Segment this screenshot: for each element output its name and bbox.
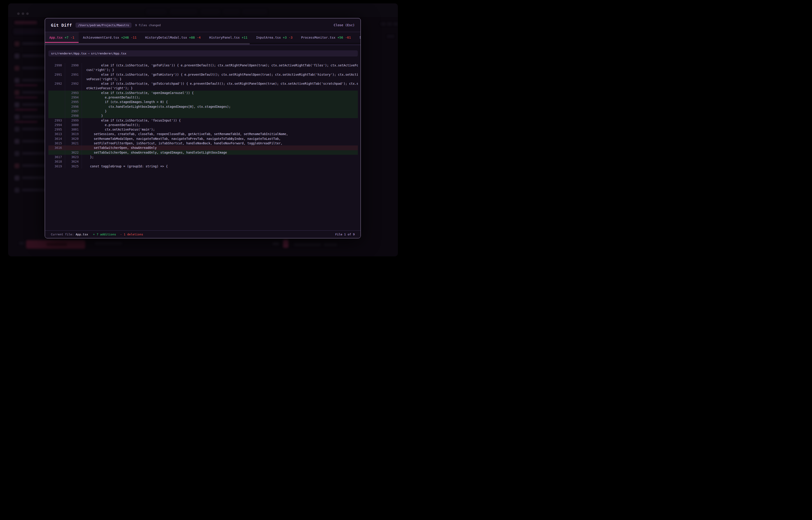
old-line-number: 2993 xyxy=(48,118,65,123)
file-path-header: src/renderer/App.tsx→src/renderer/App.ts… xyxy=(48,50,358,56)
old-line-number xyxy=(48,104,65,109)
tab-additions: +56 xyxy=(338,36,343,39)
blurred-blob xyxy=(15,54,20,58)
new-line-number: 2990 xyxy=(65,63,82,68)
blurred-blob xyxy=(272,242,279,245)
blurred-blob xyxy=(381,22,386,26)
blurred-blob xyxy=(15,102,20,107)
blurred-blob xyxy=(15,78,20,83)
old-line-number: 2994 xyxy=(48,123,65,127)
new-line-number: 2993 xyxy=(65,90,82,95)
new-line-number: 2997 xyxy=(65,109,82,113)
modal-header: Git Diff /Users/pedram/Projects/Maestro … xyxy=(45,18,361,32)
old-line-number: 3619 xyxy=(48,164,65,168)
code-text: if (ctx.stagedImages.length > 0) { xyxy=(82,100,358,104)
code-text: } xyxy=(82,113,358,118)
code-text: etActiveFocus('right'); } xyxy=(82,86,358,90)
old-line-number xyxy=(48,150,65,155)
old-line-number: 3616 xyxy=(48,146,65,150)
path-from: src/renderer/App.tsx xyxy=(51,52,87,55)
tab-additions: +3 xyxy=(283,36,287,39)
diff-row-2992: 29922992 else if (ctx.isShortcut(e, 'goT… xyxy=(48,81,358,86)
new-line-number: 3624 xyxy=(65,159,82,164)
new-line-number: 2992 xyxy=(65,81,82,86)
code-text: } xyxy=(82,109,358,113)
blurred-blob xyxy=(15,139,20,144)
tab-inputarea-tsx[interactable]: InputArea.tsx+3-3 xyxy=(252,32,297,43)
code-text: ctx.handleSetLightboxImage(ctx.stagedIma… xyxy=(82,104,358,109)
old-line-number xyxy=(48,95,65,100)
tab-deletions: -1 xyxy=(71,36,74,39)
new-line-number xyxy=(65,77,82,81)
old-line-number xyxy=(48,68,65,72)
diff-row-2999: 29932999 else if (ctx.isShortcut(e, 'foc… xyxy=(48,118,358,123)
tabs-scrollbar[interactable] xyxy=(45,43,361,45)
diff-row-3622: 3622 setTabSwitcherOpen, showUnreadOnly,… xyxy=(48,150,358,155)
diff-row-wrap: etActiveFocus('right'); } xyxy=(48,86,358,90)
tab-historypanel-tsx[interactable]: HistoryPanel.tsx+11 xyxy=(205,32,252,43)
new-line-number: 3625 xyxy=(65,164,82,168)
new-line-number: 3001 xyxy=(65,127,82,132)
diff-row-3619: 36133619 setSessions, createTab, closeTa… xyxy=(48,132,358,136)
new-line-number: 2995 xyxy=(65,100,82,104)
tab-filename: HistoryDetailModal.tsx xyxy=(145,36,187,39)
diff-row-3624: 36183624 xyxy=(48,159,358,164)
old-line-number xyxy=(48,86,65,90)
tab-app-tsx[interactable]: App.tsx+7-1 xyxy=(45,32,79,43)
files-changed-count: 9 files changed xyxy=(135,24,161,27)
diff-row-wrap: cus('right'); } xyxy=(48,68,358,72)
blurred-blob xyxy=(15,151,20,156)
new-line-number: 3619 xyxy=(65,132,82,136)
tab-additions: +11 xyxy=(242,36,247,39)
code-text: else if (ctx.isShortcut(e, 'focusInput')… xyxy=(82,118,358,123)
code-text xyxy=(82,159,358,164)
git-diff-modal: Git Diff /Users/pedram/Projects/Maestro … xyxy=(45,18,361,238)
blurred-blob xyxy=(283,240,289,248)
tab-filename: AchievementCard.tsx xyxy=(83,36,119,39)
old-line-number: 3614 xyxy=(48,136,65,141)
blurred-blob xyxy=(223,9,240,15)
blurred-blob xyxy=(19,242,24,245)
diff-row-2993: 2993 else if (ctx.isShortcut(e, 'openIma… xyxy=(48,90,358,95)
blurred-blob xyxy=(22,189,48,191)
repo-path-badge: /Users/pedram/Projects/Maestro xyxy=(75,23,131,28)
diff-lines: 29902990 else if (ctx.isShortcut(e, 'goT… xyxy=(48,63,358,168)
diff-row-3616: 3616 setTabSwitcherOpen, showUnreadOnly xyxy=(48,146,358,150)
diff-row-2994: 2994 e.preventDefault(); xyxy=(48,95,358,100)
diff-row-3001: 29953001 ctx.setActiveFocus('main'); xyxy=(48,127,358,132)
modal-footer: Current file: App.tsx + 7 additions - 1 … xyxy=(45,230,361,238)
new-line-number: 3623 xyxy=(65,155,82,159)
code-text: setFileTreeFilterOpen, isShortcut, isTab… xyxy=(82,141,358,146)
diff-row-3620: 36143620 setRenameTabModalOpen, navigate… xyxy=(48,136,358,141)
new-line-number: 3620 xyxy=(65,136,82,141)
blurred-blob xyxy=(387,35,394,38)
additions-count: + 7 additions xyxy=(93,233,116,236)
diff-row-2990: 29902990 else if (ctx.isShortcut(e, 'goT… xyxy=(48,63,358,68)
old-line-number: 3615 xyxy=(48,141,65,146)
old-line-number xyxy=(48,109,65,113)
diff-row-2995: 2995 if (ctx.stagedImages.length > 0) { xyxy=(48,100,358,104)
modal-title: Git Diff xyxy=(51,23,72,28)
code-text: veFocus('right'); } xyxy=(82,77,358,81)
path-to: src/renderer/App.tsx xyxy=(91,52,126,55)
blurred-blob xyxy=(15,163,20,168)
tab-deletions: -4 xyxy=(197,36,201,39)
tabs-scrollbar-thumb[interactable] xyxy=(45,43,250,45)
close-button[interactable]: Close (Esc) xyxy=(334,23,355,27)
tab-processmonitor-tsx[interactable]: ProcessMonitor.tsx+56-61 xyxy=(297,32,355,43)
file-position: File 1 of 9 xyxy=(335,233,355,236)
code-text: }; xyxy=(82,155,358,159)
diff-content: src/renderer/App.tsx→src/renderer/App.ts… xyxy=(45,45,361,168)
new-line-number xyxy=(65,86,82,90)
blurred-blob xyxy=(15,66,20,71)
tab-stand[interactable]: Stand xyxy=(355,32,361,43)
arrow-icon: → xyxy=(87,52,91,55)
old-line-number: 2990 xyxy=(48,63,65,68)
new-line-number: 2998 xyxy=(65,113,82,118)
diff-row-2991: 29912991 else if (ctx.isShortcut(e, 'goT… xyxy=(48,72,358,77)
code-text: cus('right'); } xyxy=(82,68,358,72)
old-line-number: 3617 xyxy=(48,155,65,159)
tab-achievementcard-tsx[interactable]: AchievementCard.tsx+248-11 xyxy=(79,32,141,43)
tab-historydetailmodal-tsx[interactable]: HistoryDetailModal.tsx+88-4 xyxy=(141,32,205,43)
current-file-name: App.tsx xyxy=(76,233,88,236)
